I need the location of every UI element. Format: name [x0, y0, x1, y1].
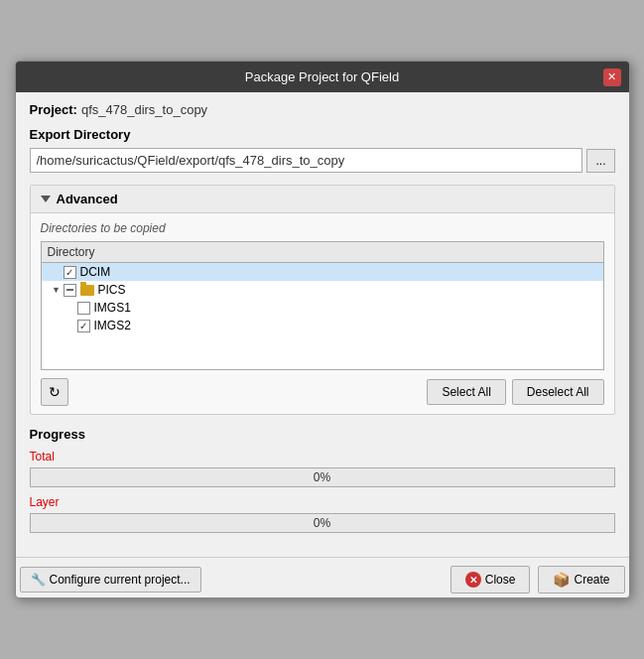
- tree-item-label-imgs2: IMGS2: [94, 319, 131, 332]
- total-progress-bar: 0%: [30, 467, 615, 487]
- project-label: Project:: [30, 102, 77, 117]
- checkbox-pics[interactable]: [64, 284, 76, 297]
- tree-actions-row: ↻ Select All Deselect All: [41, 378, 604, 406]
- layer-progress-text: 0%: [314, 516, 330, 530]
- dialog-title: Package Project for QField: [245, 69, 399, 84]
- expand-placeholder-imgs2: [65, 321, 75, 330]
- deselect-all-button[interactable]: Deselect All: [512, 379, 604, 405]
- tree-row-imgs2[interactable]: ✓ IMGS2: [42, 317, 603, 334]
- checkbox-imgs2[interactable]: ✓: [77, 320, 90, 332]
- tree-row-pics[interactable]: ▼ PICS: [42, 281, 603, 299]
- progress-section: Progress Total 0% Layer 0%: [30, 427, 615, 533]
- footer-right-buttons: ✕ Close 📦 Create: [451, 566, 625, 593]
- expand-pics-icon[interactable]: ▼: [52, 285, 62, 295]
- export-row: ...: [30, 148, 615, 173]
- expand-placeholder-imgs1: [65, 303, 75, 313]
- project-line: Project: qfs_478_dirs_to_copy: [30, 102, 615, 117]
- export-directory-label: Export Directory: [30, 127, 615, 142]
- expand-placeholder: [52, 267, 62, 277]
- total-label: Total: [30, 450, 615, 463]
- advanced-header[interactable]: Advanced: [31, 186, 614, 213]
- close-button-label: Close: [485, 573, 516, 587]
- dirs-to-copy-label: Directories to be copied: [41, 221, 604, 235]
- wrench-icon: 🔧: [31, 573, 46, 587]
- checkbox-imgs1[interactable]: [77, 302, 90, 315]
- close-button[interactable]: ✕ Close: [451, 566, 531, 593]
- tree-item-label-imgs1: IMGS1: [94, 301, 131, 315]
- advanced-section: Advanced Directories to be copied Direct…: [30, 185, 615, 415]
- configure-label: Configure current project...: [50, 573, 191, 587]
- create-button-label: Create: [574, 573, 609, 587]
- directory-tree: Directory ✓ DCIM ▼: [41, 241, 604, 370]
- close-icon: ✕: [607, 71, 616, 82]
- advanced-label: Advanced: [57, 192, 118, 206]
- package-icon: 📦: [553, 572, 570, 588]
- tree-row-dcim[interactable]: ✓ DCIM: [42, 263, 603, 281]
- layer-progress-bar: 0%: [30, 513, 615, 533]
- refresh-button[interactable]: ↻: [41, 378, 68, 406]
- select-all-button[interactable]: Select All: [427, 379, 505, 405]
- export-path-input[interactable]: [30, 148, 583, 173]
- expand-icon: [41, 196, 51, 202]
- tree-item-label-pics: PICS: [98, 283, 126, 297]
- create-button[interactable]: 📦 Create: [538, 566, 624, 593]
- tree-item-label-dcim: DCIM: [80, 265, 111, 279]
- tree-header: Directory: [42, 242, 603, 263]
- browse-button[interactable]: ...: [586, 149, 614, 173]
- folder-icon-pics: [80, 285, 94, 296]
- tree-row-imgs1[interactable]: IMGS1: [42, 299, 603, 317]
- checkbox-dcim[interactable]: ✓: [64, 266, 76, 279]
- configure-project-button[interactable]: 🔧 Configure current project...: [20, 567, 201, 593]
- dialog-body: Project: qfs_478_dirs_to_copy Export Dir…: [16, 92, 629, 557]
- advanced-body: Directories to be copied Directory ✓ DCI…: [31, 213, 614, 414]
- close-circle-icon: ✕: [465, 572, 481, 588]
- svg-rect-0: [66, 289, 73, 291]
- window-close-button[interactable]: ✕: [603, 68, 621, 86]
- total-progress-text: 0%: [314, 470, 330, 484]
- progress-label: Progress: [30, 427, 615, 442]
- package-project-dialog: Package Project for QField ✕ Project: qf…: [15, 61, 630, 598]
- dialog-footer: 🔧 Configure current project... ✕ Close 📦…: [16, 557, 629, 597]
- project-name: qfs_478_dirs_to_copy: [81, 102, 207, 117]
- select-buttons: Select All Deselect All: [427, 379, 603, 405]
- layer-label: Layer: [30, 495, 615, 509]
- title-bar: Package Project for QField ✕: [16, 62, 629, 92]
